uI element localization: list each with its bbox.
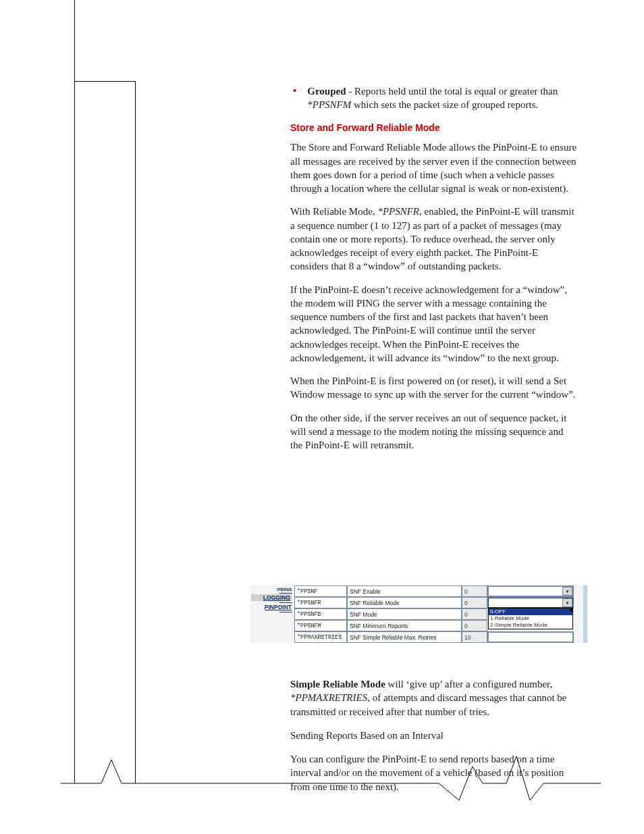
cell-control: [487, 631, 574, 643]
bullet-text: Grouped - Reports held until the total i…: [307, 84, 577, 112]
config-grid: *PPSNF SNF Enable 0 ▼ *PPSNFR SNF Reliab…: [294, 585, 583, 643]
subheading-store-forward: Store and Forward Reliable Mode: [290, 122, 577, 134]
cell-code: *PPSNF: [294, 585, 347, 597]
cell-value: 0: [462, 597, 487, 608]
cell-value: 0: [462, 608, 487, 620]
chevron-down-icon[interactable]: ▼: [562, 587, 572, 596]
config-nav: rrienus -------------- LOGGING ---------…: [250, 585, 294, 643]
dropdown-option[interactable]: 2-Simple Reliable Mode: [489, 622, 572, 629]
page-root: • Grouped - Reports held until the total…: [0, 0, 644, 834]
paragraph: The Store and Forward Reliable Mode allo…: [290, 140, 577, 195]
table-row: *PPSNF SNF Enable 0 ▼: [294, 585, 583, 597]
dropdown-menu: 0-OFF 1-Reliable Mode 2-Simple Reliable …: [488, 608, 573, 629]
table-row: *PPSNFR SNF Reliable Mode 0 ▼ ➤ 0-OFF 1-…: [294, 597, 583, 608]
dropdown-option[interactable]: 1-Reliable Mode: [489, 615, 572, 622]
cell-value: 0: [462, 585, 487, 597]
bullet-item: • Grouped - Reports held until the total…: [290, 84, 577, 112]
cursor-icon: ➤: [568, 606, 574, 615]
select-input[interactable]: ▼: [488, 598, 573, 608]
text-input[interactable]: [488, 632, 573, 642]
margin-rule-top: [74, 81, 135, 82]
paragraph: When the PinPoint-E is first powered on …: [290, 374, 577, 402]
table-row: *PPMAXRETRIES SNF Simple Reliable Max. R…: [294, 631, 583, 643]
inline-code: *PPMAXRETRIES: [290, 692, 367, 703]
paragraph: On the other side, if the server receive…: [290, 411, 577, 452]
margin-rule-outer: [74, 0, 75, 783]
select-input[interactable]: ▼: [488, 586, 573, 596]
bullet-code: *PPSNFM: [307, 99, 351, 110]
cell-code: *PPMAXRETRIES: [294, 631, 347, 643]
cell-code: *PPSNFM: [294, 620, 347, 631]
cell-value: 0: [462, 620, 487, 631]
config-panel: rrienus -------------- LOGGING ---------…: [250, 585, 587, 643]
cell-label: SNF Simple Reliable Max. Retries: [347, 631, 462, 643]
wave-icon: [61, 750, 601, 804]
cell-control: ▼ ➤ 0-OFF 1-Reliable Mode 2-Simple Relia…: [487, 597, 574, 608]
dropdown-option[interactable]: 0-OFF: [489, 608, 572, 615]
cell-label: SNF Enable: [347, 585, 462, 597]
bullet-lead: Grouped: [307, 86, 346, 97]
inline-code: *PPSNFR: [377, 206, 419, 217]
cell-label: SNF Mode: [347, 608, 462, 620]
cell-label: SNF Minimum Reports: [347, 620, 462, 631]
paragraph: Simple Reliable Mode will ‘give up’ afte…: [290, 677, 577, 719]
bullet-dot-icon: •: [290, 84, 307, 112]
paragraph: With Reliable Mode, *PPSNFR, enabled, th…: [290, 205, 577, 273]
cell-label: SNF Reliable Mode: [347, 597, 462, 608]
cell-code: *PPSNFR: [294, 597, 347, 608]
cell-code: *PPSNFB: [294, 608, 347, 620]
run-lead: Simple Reliable Mode: [290, 679, 385, 689]
subheading-interval: Sending Reports Based on an Interval: [290, 729, 577, 742]
body-text-upper: • Grouped - Reports held until the total…: [290, 84, 577, 461]
cell-control: ▼: [487, 585, 574, 597]
paragraph: If the PinPoint-E doesn’t receive acknow…: [290, 283, 577, 365]
cell-value: 10: [462, 631, 487, 643]
footer-wave-decoration: [61, 750, 601, 804]
config-screenshot: rrienus -------------- LOGGING ---------…: [250, 585, 587, 643]
margin-rule-inner: [135, 81, 136, 783]
nav-divider: --------------: [251, 610, 292, 613]
